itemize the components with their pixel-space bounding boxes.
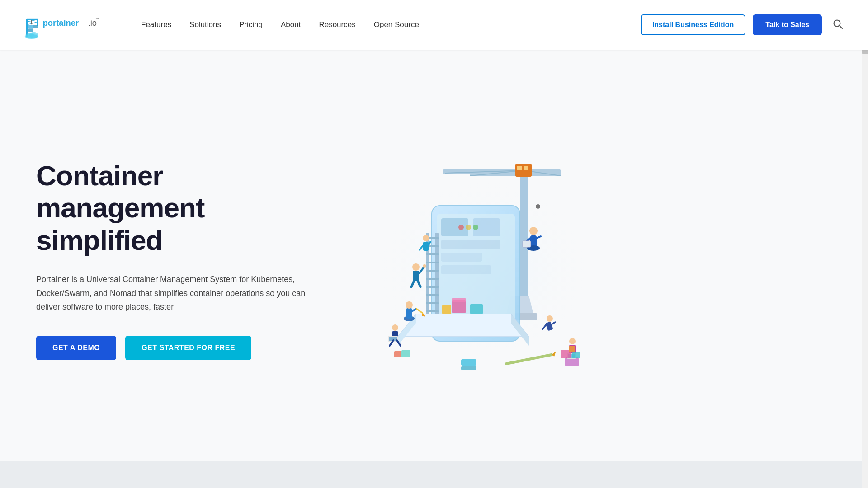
svg-rect-77 [413, 271, 419, 281]
svg-rect-52 [426, 278, 439, 280]
get-demo-button[interactable]: GET A DEMO [36, 336, 116, 360]
talk-to-sales-button[interactable]: Talk to Sales [753, 14, 822, 35]
site-header: portainer .io ™ Features Solutions Prici… [0, 0, 868, 50]
hero-description: Portainer is a Universal Container Manag… [36, 272, 316, 314]
svg-point-12 [25, 34, 38, 39]
svg-rect-50 [426, 262, 439, 263]
hero-cta-buttons: GET A DEMO GET STARTED FOR FREE [36, 336, 316, 360]
svg-rect-6 [28, 25, 33, 28]
svg-marker-57 [398, 314, 529, 337]
svg-rect-105 [394, 351, 401, 357]
footer-bar [0, 461, 868, 488]
svg-point-66 [406, 301, 413, 309]
svg-rect-41 [441, 265, 491, 274]
svg-point-92 [547, 315, 553, 322]
svg-line-5 [27, 22, 38, 25]
svg-rect-109 [461, 366, 476, 370]
svg-point-43 [466, 225, 471, 230]
nav-solutions[interactable]: Solutions [182, 17, 228, 33]
hero-illustration [362, 142, 606, 377]
svg-rect-29 [517, 166, 522, 170]
svg-point-44 [473, 225, 478, 230]
svg-rect-30 [524, 166, 528, 170]
svg-point-82 [423, 235, 429, 241]
svg-line-20 [840, 26, 842, 28]
svg-point-79 [423, 264, 426, 268]
nav-pricing[interactable]: Pricing [232, 17, 270, 33]
svg-rect-61 [452, 298, 466, 302]
hero-title: Container management simplified [36, 160, 316, 256]
svg-text:™: ™ [95, 17, 99, 21]
svg-rect-40 [441, 253, 482, 262]
svg-rect-65 [406, 308, 412, 319]
svg-rect-22 [520, 169, 528, 296]
svg-rect-37 [441, 218, 468, 236]
svg-rect-51 [426, 270, 439, 272]
svg-rect-63 [442, 305, 451, 314]
logo-link[interactable]: portainer .io ™ [22, 7, 112, 43]
svg-point-70 [529, 227, 538, 235]
svg-rect-83 [423, 242, 429, 251]
nav-resources[interactable]: Resources [311, 17, 363, 33]
svg-line-106 [506, 355, 552, 364]
svg-rect-103 [569, 346, 575, 352]
svg-rect-55 [426, 302, 439, 304]
svg-rect-62 [470, 304, 483, 314]
header-actions: Install Business Edition Talk to Sales [641, 14, 846, 35]
svg-point-76 [412, 263, 420, 271]
svg-point-86 [392, 324, 398, 331]
svg-point-32 [536, 204, 540, 209]
svg-text:portainer: portainer [43, 18, 79, 28]
svg-rect-39 [441, 240, 500, 249]
svg-point-14 [31, 23, 32, 24]
svg-rect-108 [461, 359, 476, 366]
hero-content: Container management simplified Portaine… [36, 160, 335, 360]
nav-features[interactable]: Features [134, 17, 179, 33]
svg-rect-60 [452, 300, 466, 313]
svg-rect-53 [426, 286, 439, 288]
svg-rect-102 [572, 352, 580, 358]
hero-illustration-area [335, 142, 633, 377]
svg-rect-56 [426, 310, 439, 312]
get-started-free-button[interactable]: GET STARTED FOR FREE [125, 336, 251, 360]
search-icon [833, 19, 843, 29]
scrollbar[interactable] [862, 0, 868, 488]
search-button[interactable] [829, 15, 846, 35]
svg-rect-104 [401, 350, 410, 357]
svg-rect-8 [33, 25, 38, 28]
svg-point-96 [569, 338, 576, 344]
hero-section: Container management simplified Portaine… [0, 50, 868, 461]
main-nav: Features Solutions Pricing About Resourc… [134, 17, 641, 33]
nav-about[interactable]: About [274, 17, 308, 33]
portainer-logo: portainer .io ™ [22, 7, 112, 43]
install-business-button[interactable]: Install Business Edition [641, 14, 745, 35]
nav-open-source[interactable]: Open Source [367, 17, 426, 33]
svg-rect-49 [426, 253, 439, 255]
svg-rect-7 [28, 28, 33, 32]
svg-point-42 [458, 225, 464, 230]
svg-rect-75 [523, 241, 531, 247]
svg-rect-54 [426, 294, 439, 296]
